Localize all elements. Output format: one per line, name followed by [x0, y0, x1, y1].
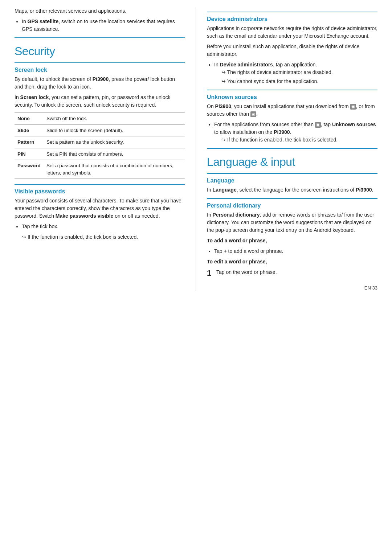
lock-table: NoneSwitch off the lock.SlideSlide to un…: [15, 112, 185, 179]
visible-pw-divider: [15, 184, 185, 185]
right-column: Device administrators Applications in co…: [196, 7, 377, 291]
lock-value: Set a password that consists of a combin…: [44, 160, 185, 179]
gps-bold: GPS satellite: [28, 19, 59, 24]
lang-input-title: Language & input: [207, 155, 377, 169]
screen-lock-para1: By default, to unlock the screen of Pi39…: [15, 75, 185, 91]
unknown-sources-divider: [207, 90, 377, 90]
lock-value: Set a PIN that consists of numbers.: [44, 148, 185, 160]
language-para: In Language, select the language for the…: [207, 186, 377, 194]
device-admin-divider: [207, 12, 377, 12]
language-title: Language: [207, 177, 377, 184]
lang-input-divider: [207, 148, 377, 149]
personal-dict-divider: [207, 198, 377, 199]
visible-pw-title: Visible passwords: [15, 188, 185, 195]
store-icon-1: ▣: [350, 104, 356, 110]
lock-key: Pattern: [15, 136, 44, 148]
lock-table-row: SlideSlide to unlock the screen (default…: [15, 124, 185, 136]
lock-table-row: PatternSet a pattern as the unlock secur…: [15, 136, 185, 148]
intro-text1: Maps, or other relevant services and app…: [15, 7, 185, 15]
page-number: EN 33: [207, 285, 377, 291]
lock-value: Slide to unlock the screen (default).: [44, 124, 185, 136]
store-icon-3: ▣: [315, 122, 321, 128]
lock-table-row: PINSet a PIN that consists of numbers.: [15, 148, 185, 160]
screen-lock-divider: [15, 62, 185, 63]
add-bullet: Tap + to add a word or phrase.: [214, 247, 377, 255]
lock-key: PIN: [15, 148, 44, 160]
unknown-sources-para: On Pi3900, you can install applications …: [207, 103, 377, 118]
screen-lock-title: Screen lock: [15, 67, 185, 73]
intro-section: Maps, or other relevant services and app…: [15, 7, 185, 33]
security-divider: [15, 37, 185, 38]
unknown-sources-sub1: If the function is enabled, the tick box…: [221, 136, 377, 144]
lock-key: Slide: [15, 124, 44, 136]
device-admin-bullet1: In Device administrators, tap an applica…: [214, 61, 377, 85]
left-column: Maps, or other relevant services and app…: [15, 7, 196, 291]
to-add-label: To add a word or phrase,: [207, 237, 377, 245]
lock-table-row: NoneSwitch off the lock.: [15, 113, 185, 125]
screen-lock-para2: In Screen lock, you can set a pattern, p…: [15, 94, 185, 109]
device-admin-sub1: The rights of device administrator are d…: [221, 69, 377, 76]
edit-num: 1: [207, 268, 213, 278]
edit-text: Tap on the word or phrase.: [216, 268, 277, 278]
unknown-sources-title: Unknown sources: [207, 94, 377, 100]
device-admin-title: Device administrators: [207, 16, 377, 22]
visible-pw-sub: If the function is enabled, the tick box…: [22, 233, 185, 241]
to-edit-label: To edit a word or phrase,: [207, 258, 377, 266]
lock-table-row: PasswordSet a password that consists of …: [15, 160, 185, 179]
visible-pw-bullet: Tap the tick box.: [22, 223, 185, 230]
device-admin-para1: Applications in corporate networks requi…: [207, 25, 377, 40]
edit-numbered-item: 1 Tap on the word or phrase.: [207, 268, 377, 278]
personal-dict-para: In Personal dictionary, add or remove wo…: [207, 211, 377, 234]
lock-value: Set a pattern as the unlock security.: [44, 136, 185, 148]
device-admin-para2: Before you uninstall such an application…: [207, 43, 377, 58]
security-title: Security: [15, 45, 185, 58]
gps-bullet: In GPS satellite, switch on to use the l…: [22, 18, 185, 33]
visible-pw-para: Your password consists of several charac…: [15, 197, 185, 220]
unknown-sources-bullet: For the applications from sources other …: [214, 121, 377, 144]
lock-value: Switch off the lock.: [44, 113, 185, 125]
device-admin-sub2: You cannot sync data for the application…: [221, 78, 377, 85]
personal-dict-title: Personal dictionary: [207, 202, 377, 209]
lock-key: Password: [15, 160, 44, 179]
lock-key: None: [15, 113, 44, 125]
language-divider: [207, 173, 377, 174]
store-icon-2: ▣: [250, 111, 256, 117]
